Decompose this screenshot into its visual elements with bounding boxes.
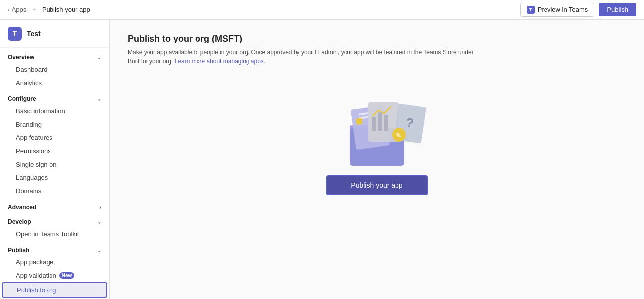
sidebar-item-app-validation[interactable]: App validation New xyxy=(2,269,107,282)
sidebar-item-domains[interactable]: Domains xyxy=(2,184,107,198)
topbar-divider: + xyxy=(32,6,36,13)
back-button[interactable]: ‹ Apps xyxy=(8,6,26,13)
sidebar-item-single-sign-on[interactable]: Single sign-on xyxy=(2,158,107,171)
sidebar-section-configure: Configure ⌄ Basic information Branding A… xyxy=(0,91,109,198)
app-validation-label: App validation xyxy=(16,272,56,279)
svg-text:✎: ✎ xyxy=(396,131,402,139)
chevron-left-icon: ‹ xyxy=(8,7,10,13)
svg-rect-7 xyxy=(372,117,376,131)
teams-logo-icon: T xyxy=(527,6,535,14)
app-icon: T xyxy=(8,27,22,41)
sidebar-item-languages[interactable]: Languages xyxy=(2,171,107,184)
sidebar-item-branding[interactable]: Branding xyxy=(2,118,107,131)
overview-label: Overview xyxy=(8,54,34,61)
sidebar-item-publish-to-org[interactable]: Publish to org xyxy=(2,282,107,298)
configure-label: Configure xyxy=(8,95,36,102)
publish-label: Publish xyxy=(8,247,29,254)
app-validation-with-badge: App validation New xyxy=(16,272,99,279)
sidebar-section-develop: Develop ⌄ Open in Teams Toolkit xyxy=(0,214,109,241)
sidebar-section-publish: Publish ⌄ App package App validation New… xyxy=(0,243,109,299)
develop-section-header[interactable]: Develop ⌄ xyxy=(0,214,109,227)
main-content: Publish to your org (MSFT) Make your app… xyxy=(110,20,644,299)
chevron-right-icon: › xyxy=(99,204,101,210)
svg-rect-9 xyxy=(384,115,388,131)
learn-more-link[interactable]: Learn more about managing apps. xyxy=(175,58,265,65)
chevron-down-icon-4: ⌄ xyxy=(97,247,101,254)
svg-rect-5 xyxy=(356,118,363,125)
publish-section-header[interactable]: Publish ⌄ xyxy=(0,243,109,256)
app-name: Test xyxy=(27,30,41,38)
advanced-section-header[interactable]: Advanced › xyxy=(0,200,109,213)
new-badge: New xyxy=(59,272,75,279)
publish-your-app-button[interactable]: Publish your app xyxy=(326,175,427,195)
sidebar-item-app-package[interactable]: App package xyxy=(2,256,107,269)
sidebar: T Test Overview ⌄ Dashboard Analytics Co… xyxy=(0,20,110,299)
sidebar-item-app-features[interactable]: App features xyxy=(2,131,107,144)
topbar-left: ‹ Apps + Publish your app xyxy=(8,6,90,13)
sidebar-item-basic-information[interactable]: Basic information xyxy=(2,104,107,118)
preview-in-teams-button[interactable]: T Preview in Teams xyxy=(520,3,594,17)
sidebar-item-dashboard[interactable]: Dashboard xyxy=(2,63,107,76)
topbar-publish-button[interactable]: Publish xyxy=(599,3,636,16)
sidebar-section-overview: Overview ⌄ Dashboard Analytics xyxy=(0,50,109,89)
main-layout: T Test Overview ⌄ Dashboard Analytics Co… xyxy=(0,20,644,299)
page-description: Make your app available to people in you… xyxy=(128,48,484,66)
publish-center: ? ✎ Publish your app xyxy=(128,82,626,195)
sidebar-app-header: T Test xyxy=(0,20,109,48)
overview-section-header[interactable]: Overview ⌄ xyxy=(0,50,109,63)
page-title: Publish to your org (MSFT) xyxy=(128,34,626,44)
topbar-page-title: Publish your app xyxy=(42,6,90,13)
develop-label: Develop xyxy=(8,218,31,225)
sidebar-item-analytics[interactable]: Analytics xyxy=(2,76,107,89)
publish-illustration: ? ✎ xyxy=(323,82,432,171)
sidebar-item-permissions[interactable]: Permissions xyxy=(2,144,107,158)
chevron-down-icon-3: ⌄ xyxy=(97,219,101,225)
topbar-right: T Preview in Teams Publish xyxy=(520,3,636,17)
sidebar-section-advanced: Advanced › xyxy=(0,200,109,213)
back-label[interactable]: Apps xyxy=(12,6,27,13)
topbar: ‹ Apps + Publish your app T Preview in T… xyxy=(0,0,644,20)
chevron-down-icon-2: ⌄ xyxy=(97,96,101,102)
preview-label: Preview in Teams xyxy=(538,6,588,13)
chevron-down-icon: ⌄ xyxy=(97,54,101,61)
advanced-label: Advanced xyxy=(8,204,36,211)
svg-rect-8 xyxy=(378,112,382,131)
sidebar-item-open-in-teams-toolkit[interactable]: Open in Teams Toolkit xyxy=(2,227,107,241)
configure-section-header[interactable]: Configure ⌄ xyxy=(0,91,109,104)
